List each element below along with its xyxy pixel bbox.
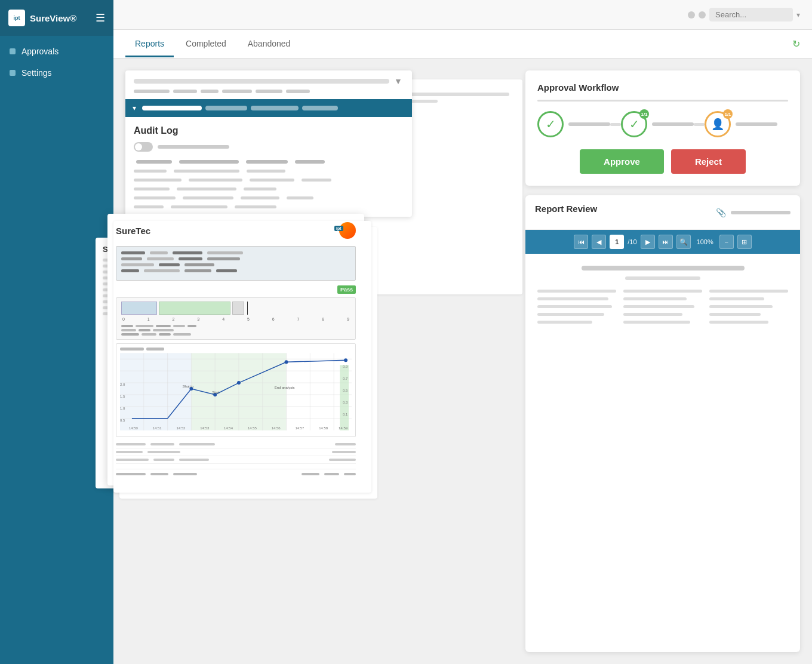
timeline-data-cell [173, 325, 185, 327]
review-line [709, 290, 788, 293]
timeline-section: 0 1 2 3 4 5 6 7 8 9 [116, 297, 356, 340]
cell [183, 196, 233, 199]
table-cell [332, 451, 356, 453]
audit-tab-2[interactable] [205, 106, 247, 110]
cell [134, 205, 164, 208]
sidebar-item-label: Approvals [21, 47, 59, 56]
table-row [134, 205, 404, 208]
table-row [134, 179, 404, 182]
suretec-logo: ipt [334, 222, 356, 239]
logo-box: ipt [8, 10, 25, 26]
audit-search-bar [134, 79, 389, 84]
timeline-data-cell [142, 333, 156, 336]
filter-pill-4 [222, 90, 252, 93]
workflow-steps: ✓ ✓ 1/1 [537, 111, 788, 137]
step-2-icon: ✓ 1/1 [621, 111, 647, 137]
audit-tab-1[interactable] [142, 106, 202, 110]
prev-page-button[interactable]: ◀ [592, 235, 606, 249]
table-cell [116, 451, 143, 453]
first-page-button[interactable]: ⏮ [574, 235, 588, 249]
review-actions: 📎 [716, 208, 791, 217]
review-line [709, 297, 764, 300]
filter-pill-5 [256, 90, 282, 93]
page-number: 1 [610, 235, 624, 249]
audit-log-title: Audit Log [134, 125, 404, 136]
cell [134, 196, 176, 199]
svg-text:14:59: 14:59 [339, 426, 348, 430]
zoom-in-button[interactable]: 🔍 [676, 235, 691, 249]
data-cell [121, 269, 139, 272]
window-control-1[interactable] [688, 11, 695, 19]
svg-text:1.5: 1.5 [120, 395, 125, 398]
sidebar-item-approvals[interactable]: Approvals [0, 41, 113, 62]
audit-toggle[interactable] [134, 142, 153, 152]
timeline-data-cell [153, 329, 174, 331]
fit-page-button[interactable]: ⊞ [737, 235, 752, 249]
last-page-button[interactable]: ⏭ [659, 235, 673, 249]
right-panel: Approval Workflow ✓ ✓ [525, 70, 800, 652]
paperclip-icon[interactable]: 📎 [716, 208, 726, 217]
report-review: Report Review 📎 ⏮ ◀ 1 /10 ▶ ⏭ 🔍 100% − [525, 195, 800, 652]
audit-toolbar: ▼ [125, 70, 412, 99]
data-cell [121, 263, 154, 266]
reject-button[interactable]: Reject [671, 149, 746, 174]
filter-icon[interactable]: ▼ [394, 76, 404, 86]
data-cell [216, 269, 237, 272]
audit-chevron-icon: ▾ [133, 104, 136, 112]
sidebar-item-settings[interactable]: Settings [0, 62, 113, 84]
tab-reports[interactable]: Reports [125, 32, 174, 57]
step-3-badge: 1/1 [723, 109, 733, 119]
col-header-3 [246, 160, 288, 164]
chart-title-row [120, 348, 352, 351]
approval-workflow-title: Approval Workflow [537, 82, 788, 93]
data-cell [150, 251, 168, 254]
hamburger-icon[interactable]: ☰ [96, 11, 105, 24]
zoom-out-button[interactable]: − [719, 235, 734, 249]
review-line [623, 297, 687, 300]
sidebar-header: ipt SureView® ☰ [0, 0, 113, 36]
review-title-pill [731, 211, 791, 214]
audit-search-row: ▼ [134, 76, 404, 86]
review-sub-line [625, 276, 700, 280]
review-main-line [582, 266, 745, 270]
step-3-icon: 👤 1/1 [705, 111, 731, 137]
filter-pill-3 [201, 90, 219, 93]
suretec-brand: SureTec [116, 226, 150, 236]
cell [134, 170, 167, 173]
cell [189, 179, 242, 182]
audit-table-header [134, 160, 404, 164]
window-control-2[interactable] [699, 11, 706, 19]
footer-line [173, 473, 197, 475]
svg-rect-22 [340, 365, 349, 430]
filter-pill-6 [286, 90, 310, 93]
refresh-icon[interactable]: ↻ [792, 38, 800, 50]
x-label: 0 [122, 317, 125, 321]
review-content [525, 254, 800, 336]
suretec-table [116, 441, 356, 464]
topbar-search-input[interactable] [709, 8, 793, 21]
svg-text:14:51: 14:51 [153, 426, 162, 430]
tab-abandoned[interactable]: Abandoned [238, 32, 300, 57]
tab-completed[interactable]: Completed [176, 32, 236, 57]
audit-tab-4[interactable] [302, 106, 338, 110]
data-cell [207, 251, 243, 254]
footer-line [116, 473, 146, 475]
cell [247, 170, 285, 173]
audit-tab-3[interactable] [251, 106, 299, 110]
review-line [537, 321, 592, 324]
audit-log-body: Audit Log [125, 117, 412, 217]
step-line-1 [610, 123, 621, 126]
timeline-data-cell [121, 329, 136, 331]
workflow-step-3: 👤 1/1 [705, 111, 788, 137]
cell [235, 205, 276, 208]
timeline-bar-green [159, 302, 230, 315]
table-row [116, 441, 356, 448]
approve-button[interactable]: Approve [580, 149, 664, 174]
sidebar-item-label: Settings [21, 68, 52, 78]
timeline-data-cell [173, 333, 191, 336]
zoom-level: 100% [697, 238, 713, 245]
cell [134, 179, 182, 182]
next-page-button[interactable]: ▶ [641, 235, 655, 249]
svg-text:14:57: 14:57 [295, 426, 304, 430]
review-line [709, 313, 761, 316]
